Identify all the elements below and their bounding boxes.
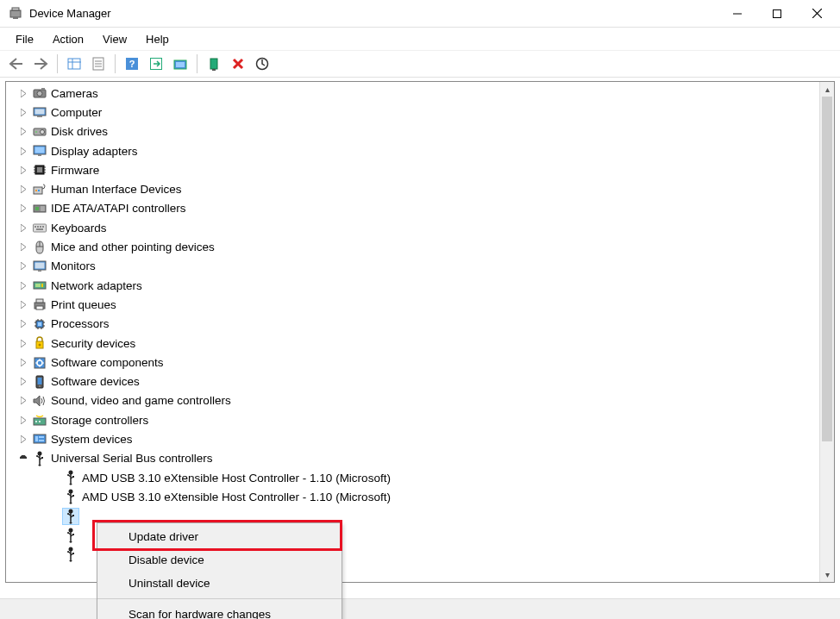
tree-item[interactable]: Network adapters: [6, 276, 819, 295]
tree-item-label: Monitors: [51, 259, 96, 272]
expander-closed-icon[interactable]: [16, 86, 30, 100]
svg-rect-113: [72, 553, 74, 554]
expander-closed-icon[interactable]: [16, 413, 30, 427]
tree-item[interactable]: Cameras: [6, 84, 819, 103]
tree-item[interactable]: Keyboards: [6, 218, 819, 237]
tree-item[interactable]: Processors: [6, 315, 819, 334]
tree-item[interactable]: Firmware: [6, 160, 819, 179]
tree-item[interactable]: Mice and other pointing devices: [6, 237, 819, 256]
svg-rect-7: [68, 59, 80, 69]
tree-item[interactable]: Software devices: [6, 372, 819, 391]
cpu-icon: [32, 316, 47, 332]
expander-closed-icon[interactable]: [16, 125, 30, 139]
svg-point-108: [67, 532, 69, 534]
svg-rect-97: [72, 476, 74, 478]
tree-item[interactable]: Disk drives: [6, 122, 819, 141]
menubar: File Action View Help: [0, 28, 840, 50]
svg-rect-101: [72, 495, 74, 497]
maximize-button[interactable]: [757, 0, 797, 28]
context-menu-update-driver[interactable]: Update driver: [97, 525, 342, 548]
svg-rect-53: [42, 226, 44, 228]
tree-item[interactable]: AMD USB 3.10 eXtensible Host Controller …: [6, 487, 819, 506]
device-tree[interactable]: CamerasComputerDisk drivesDisplay adapte…: [6, 82, 819, 582]
expander-closed-icon[interactable]: [16, 278, 30, 292]
tree-item[interactable]: Display adapters: [6, 141, 819, 160]
expander-closed-icon[interactable]: [16, 105, 30, 119]
menu-view[interactable]: View: [94, 31, 135, 47]
tree-item-label: Cameras: [51, 87, 98, 100]
help-button[interactable]: ?: [121, 53, 143, 75]
expander-closed-icon[interactable]: [16, 221, 30, 234]
expander-open-icon[interactable]: [16, 452, 30, 466]
scroll-up-icon[interactable]: ▴: [820, 82, 834, 97]
context-menu-disable-device[interactable]: Disable device: [97, 548, 342, 572]
tree-item[interactable]: Storage controllers: [6, 410, 819, 429]
context-menu-scan-hardware[interactable]: Scan for hardware changes: [97, 598, 342, 619]
update-driver-button[interactable]: [169, 53, 191, 75]
tree-item-label: Firmware: [51, 164, 99, 177]
expander-closed-icon[interactable]: [16, 432, 30, 446]
back-button[interactable]: [5, 53, 28, 75]
tree-item[interactable]: Monitors: [6, 257, 819, 276]
expander-closed-icon[interactable]: [16, 394, 30, 408]
svg-point-42: [35, 190, 37, 191]
menu-action[interactable]: Action: [44, 31, 92, 47]
properties-button[interactable]: [87, 53, 110, 75]
monitor-icon: [32, 259, 47, 274]
tree-item[interactable]: Security devices: [6, 334, 819, 353]
tree-item[interactable]: Software components: [6, 353, 819, 372]
enable-device-button[interactable]: [203, 53, 225, 75]
tree-panel: CamerasComputerDisk drivesDisplay adapte…: [5, 81, 835, 583]
expander-closed-icon[interactable]: [16, 241, 30, 254]
tree-item[interactable]: Universal Serial Bus controllers: [6, 449, 819, 468]
action-button[interactable]: [145, 53, 167, 75]
svg-rect-45: [35, 207, 39, 210]
svg-point-100: [67, 493, 69, 495]
expander-closed-icon[interactable]: [16, 163, 30, 177]
minimize-button[interactable]: [718, 0, 757, 28]
expander-closed-icon[interactable]: [16, 355, 30, 369]
uninstall-device-button[interactable]: [227, 53, 249, 75]
scroll-thumb[interactable]: [822, 97, 832, 441]
menu-help[interactable]: Help: [137, 31, 178, 47]
svg-rect-19: [210, 59, 217, 69]
expander-closed-icon[interactable]: [16, 317, 30, 331]
expander-closed-icon[interactable]: [16, 297, 30, 311]
window-title: Device Manager: [29, 7, 111, 20]
close-button[interactable]: [797, 0, 837, 28]
expander-closed-icon[interactable]: [16, 259, 30, 273]
tree-item-label: System devices: [51, 433, 133, 446]
expander-closed-icon[interactable]: [16, 375, 30, 389]
expander-closed-icon[interactable]: [16, 202, 30, 216]
svg-point-29: [35, 131, 37, 133]
tree-item[interactable]: Sound, video and game controllers: [6, 391, 819, 410]
tree-item-label: Human Interface Devices: [51, 183, 182, 196]
tree-item[interactable]: IDE ATA/ATAPI controllers: [6, 199, 819, 218]
context-menu: Update driver Disable device Uninstall d…: [97, 522, 342, 619]
tree-item[interactable]: Computer: [6, 103, 819, 122]
scroll-down-icon[interactable]: ▾: [820, 567, 834, 582]
tree-item[interactable]: Human Interface Devices: [6, 179, 819, 198]
svg-rect-34: [37, 167, 42, 172]
svg-text:?: ?: [129, 59, 135, 69]
show-hide-tree-button[interactable]: [63, 53, 85, 75]
tree-item-label: IDE ATA/ATAPI controllers: [51, 202, 186, 215]
tree-item[interactable]: AMD USB 3.10 eXtensible Host Controller …: [6, 468, 819, 487]
menu-file[interactable]: File: [7, 31, 42, 47]
tree-item-label: Network adapters: [51, 279, 142, 292]
expander-closed-icon[interactable]: [16, 144, 30, 158]
expander-closed-icon[interactable]: [16, 336, 30, 350]
scan-hardware-button[interactable]: [251, 53, 273, 75]
app-icon: [9, 7, 22, 21]
forward-button[interactable]: [29, 53, 52, 75]
tree-item-label: Storage controllers: [51, 414, 148, 427]
svg-rect-26: [37, 116, 42, 117]
svg-rect-1: [12, 8, 19, 10]
expander-closed-icon[interactable]: [16, 183, 30, 197]
svg-rect-58: [35, 262, 45, 268]
context-menu-uninstall-device[interactable]: Uninstall device: [97, 572, 342, 595]
tree-item[interactable]: System devices: [6, 429, 819, 448]
vertical-scrollbar[interactable]: ▴ ▾: [819, 82, 834, 582]
tree-item-label: Computer: [51, 106, 102, 119]
tree-item[interactable]: Print queues: [6, 295, 819, 314]
